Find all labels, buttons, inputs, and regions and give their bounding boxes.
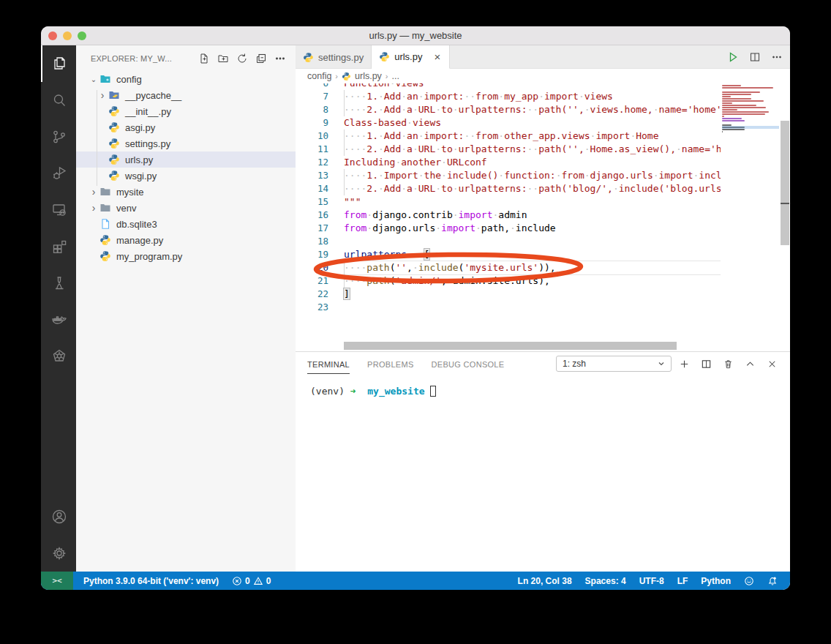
tab-settings-py[interactable]: settings.py xyxy=(296,45,372,69)
new-folder-button[interactable] xyxy=(214,49,233,68)
title-bar[interactable]: urls.py — my_website xyxy=(41,26,790,45)
line-content: Class-based·views xyxy=(344,116,721,130)
activity-bar-item-run-and-debug[interactable] xyxy=(41,155,76,192)
activity-bar-item-settings[interactable] xyxy=(41,535,76,572)
code-line-14[interactable]: 14····2.·Add·a·URL·to·urlpatterns:··path… xyxy=(296,182,721,195)
window-title: urls.py — my_website xyxy=(41,30,790,41)
tree-item-db-sqlite3[interactable]: db.sqlite3 xyxy=(76,216,296,232)
folder-config-icon xyxy=(99,73,112,85)
cursor-position-status[interactable]: Ln 20, Col 38 xyxy=(511,572,579,590)
breadcrumb-item[interactable]: config xyxy=(307,71,331,81)
code-line-19[interactable]: 19urlpatterns·=·[ xyxy=(296,248,721,261)
encoding-status[interactable]: UTF-8 xyxy=(633,572,671,590)
vertical-scrollbar-thumb[interactable] xyxy=(781,121,789,245)
code-line-6[interactable]: 6Function·views xyxy=(296,83,721,90)
line-number: 8 xyxy=(296,103,344,116)
activity-bar-item-explorer[interactable] xyxy=(41,45,76,82)
code-line-17[interactable]: 17from·django.urls·import·path,·include xyxy=(296,222,721,235)
tree-item-my-program-py[interactable]: my_program.py xyxy=(76,248,296,264)
refresh-button[interactable] xyxy=(233,49,252,68)
tree-item-urls-py[interactable]: urls.py xyxy=(76,151,296,168)
tree-item-mysite[interactable]: ›mysite xyxy=(76,184,296,200)
horizontal-scrollbar-thumb[interactable] xyxy=(344,342,677,350)
tree-item-manage-py[interactable]: manage.py xyxy=(76,232,296,248)
tab-urls-py[interactable]: urls.py× xyxy=(372,45,450,69)
close-panel-button[interactable] xyxy=(762,355,781,372)
activity-bar-item-accounts[interactable] xyxy=(41,498,76,535)
line-number: 11 xyxy=(296,143,344,156)
breadcrumb-item[interactable]: ... xyxy=(392,71,399,81)
minimap-line xyxy=(722,120,745,121)
panel-tab-terminal[interactable]: TERMINAL xyxy=(307,354,350,374)
python-icon xyxy=(342,72,351,81)
tree-item-config[interactable]: ⌄config xyxy=(76,71,296,87)
minimap-line xyxy=(722,131,723,132)
minimap-line xyxy=(722,105,756,106)
shell-select-dropdown[interactable]: 1: zsh xyxy=(556,356,672,372)
python-interpreter-status[interactable]: Python 3.9.0 64-bit ('venv': venv) xyxy=(73,572,225,590)
tree-item--init-py[interactable]: __init__.py xyxy=(76,103,296,119)
code-line-9[interactable]: 9Class-based·views xyxy=(296,116,721,130)
chevron-right-icon[interactable]: › xyxy=(88,186,99,198)
activity-bar-item-extensions[interactable] xyxy=(41,228,76,265)
code-line-7[interactable]: 7····1.·Add·an·import:··from·my_app·impo… xyxy=(296,90,721,103)
activity-bar-item-search[interactable] xyxy=(41,82,76,119)
code-line-21[interactable]: 21····path('admin/',·admin.site.urls), xyxy=(296,274,721,288)
code-line-8[interactable]: 8····2.·Add·a·URL·to·urlpatterns:··path(… xyxy=(296,103,721,116)
tree-item-asgi-py[interactable]: asgi.py xyxy=(76,119,296,135)
code-line-22[interactable]: 22] xyxy=(296,288,721,301)
notifications-bell-icon[interactable] xyxy=(761,572,784,590)
chevron-down-icon[interactable]: ⌄ xyxy=(88,75,99,83)
minimap-line xyxy=(722,116,724,117)
tree-item-wsgi-py[interactable]: wsgi.py xyxy=(76,168,296,184)
activity-bar-item-kubernetes[interactable] xyxy=(41,338,76,375)
activity-bar-item-remote-explorer[interactable] xyxy=(41,192,76,228)
problems-status[interactable]: 0 0 xyxy=(225,572,277,590)
tree-item-settings-py[interactable]: settings.py xyxy=(76,135,296,151)
panel-tab-debug-console[interactable]: DEBUG CONSOLE xyxy=(432,354,505,374)
code-line-13[interactable]: 13····1.·Import·the·include()·function:·… xyxy=(296,169,721,182)
language-mode-status[interactable]: Python xyxy=(694,572,737,590)
more-editor-actions-button[interactable] xyxy=(771,51,783,63)
remote-indicator[interactable]: >< xyxy=(41,572,73,590)
more-actions-button[interactable] xyxy=(271,49,290,68)
code-line-15[interactable]: 15""" xyxy=(296,195,721,209)
minimap[interactable] xyxy=(722,83,779,135)
split-editor-button[interactable] xyxy=(749,51,761,63)
activity-bar-item-source-control[interactable] xyxy=(41,119,76,155)
new-terminal-button[interactable] xyxy=(674,355,693,372)
tree-item-venv[interactable]: ›venv xyxy=(76,200,296,216)
code-line-16[interactable]: 16from·django.contrib·import·admin xyxy=(296,209,721,222)
code-line-18[interactable]: 18 xyxy=(296,235,721,248)
vertical-scrollbar[interactable] xyxy=(780,83,790,351)
indentation-status[interactable]: Spaces: 4 xyxy=(579,572,633,590)
code-editor[interactable]: 6Function·views7····1.·Add·an·import:··f… xyxy=(296,83,790,351)
chevron-right-icon[interactable]: › xyxy=(97,89,108,101)
panel-tab-problems[interactable]: PROBLEMS xyxy=(367,354,414,374)
breadcrumb[interactable]: config›urls.py›... xyxy=(296,69,790,83)
code-line-10[interactable]: 10····1.·Add·an·import:··from·other_app.… xyxy=(296,130,721,143)
horizontal-scrollbar[interactable] xyxy=(344,342,721,350)
python-icon xyxy=(99,250,112,262)
code-line-11[interactable]: 11····2.·Add·a·URL·to·urlpatterns:··path… xyxy=(296,143,721,156)
breadcrumb-item[interactable]: urls.py xyxy=(355,71,382,81)
activity-bar-item-docker[interactable] xyxy=(41,302,76,338)
tree-item--pycache-[interactable]: ›__pycache__ xyxy=(76,87,296,103)
kill-terminal-button[interactable] xyxy=(718,355,737,372)
eol-status[interactable]: LF xyxy=(671,572,695,590)
run-python-file-button[interactable] xyxy=(727,51,739,63)
maximize-panel-button[interactable] xyxy=(740,355,759,372)
python-icon xyxy=(108,154,121,165)
line-number: 17 xyxy=(296,222,344,235)
terminal-content[interactable]: (venv) ➜ my_website xyxy=(296,375,790,572)
chevron-right-icon[interactable]: › xyxy=(88,202,99,214)
feedback-icon[interactable] xyxy=(737,572,761,590)
new-file-button[interactable] xyxy=(195,49,214,68)
code-line-12[interactable]: 12Including·another·URLconf xyxy=(296,156,721,169)
code-line-23[interactable]: 23 xyxy=(296,301,721,314)
collapse-all-button[interactable] xyxy=(252,49,271,68)
code-line-20[interactable]: 20····path('',·include('mysite.urls')), xyxy=(296,261,721,274)
activity-bar-item-testing[interactable] xyxy=(41,265,76,302)
split-terminal-button[interactable] xyxy=(696,355,715,372)
close-tab-icon[interactable]: × xyxy=(432,50,442,63)
